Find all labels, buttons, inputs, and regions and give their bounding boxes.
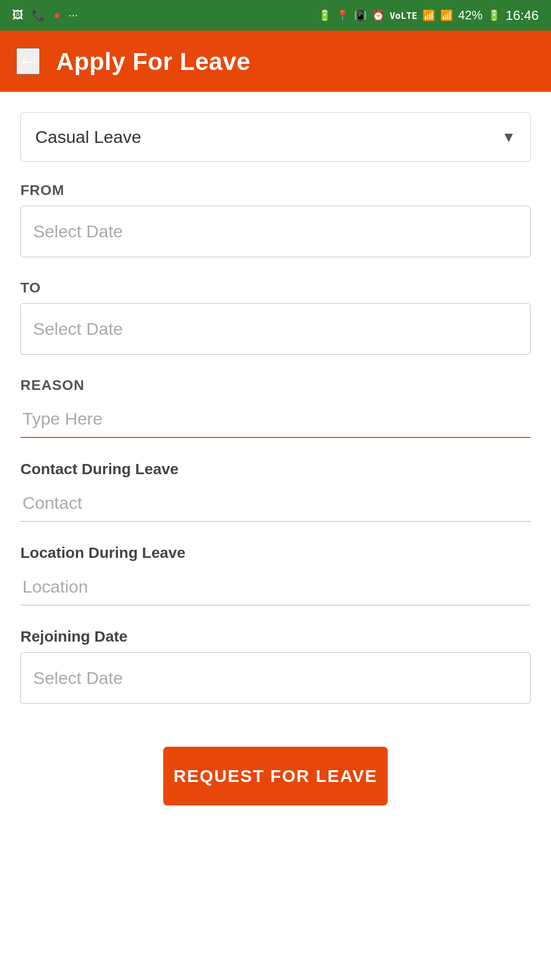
battery-icon: 🔋 (488, 9, 500, 21)
from-label: FROM (20, 182, 531, 199)
status-bar-right-icons: 🔋 📍 📳 ⏰ VoLTE 📶 📶 42% 🔋 16:46 (318, 8, 539, 23)
to-date-input[interactable] (20, 303, 531, 355)
rejoining-section: Rejoining Date (20, 628, 531, 726)
status-bar-left-icons: 🖼 📞 ● ··· (12, 9, 78, 22)
location-icon: 📍 (336, 9, 349, 21)
contact-label: Contact During Leave (20, 460, 531, 478)
reason-label: REASON (20, 377, 531, 394)
back-arrow-icon: ← (17, 49, 39, 74)
gallery-icon: 🖼 (12, 9, 23, 22)
alarm-icon: ⏰ (372, 9, 385, 21)
rejoining-date-input[interactable] (20, 652, 531, 704)
more-icon: ··· (68, 9, 78, 22)
from-date-input[interactable] (20, 206, 531, 257)
rejoining-label: Rejoining Date (20, 628, 531, 645)
contact-section: Contact During Leave (20, 460, 531, 544)
location-label: Location During Leave (20, 544, 531, 561)
reason-section: REASON (20, 377, 531, 460)
status-bar: 🖼 📞 ● ··· 🔋 📍 📳 ⏰ VoLTE 📶 📶 42% 🔋 16:46 (0, 0, 551, 31)
to-label: TO (20, 280, 531, 296)
header: ← Apply For Leave (0, 31, 551, 92)
status-time: 16:46 (506, 8, 539, 23)
wifi-icon: 📶 (422, 9, 435, 21)
request-leave-button[interactable]: REQUEST FOR LEAVE (163, 747, 388, 805)
battery-sm-icon: 🔋 (318, 9, 331, 21)
to-section: TO (20, 280, 531, 377)
back-button[interactable]: ← (16, 48, 40, 75)
phone-icon: 📞 (32, 9, 45, 22)
leave-type-dropdown[interactable]: Casual Leave ▼ (20, 112, 531, 162)
reason-input[interactable] (20, 401, 531, 438)
location-section: Location During Leave (20, 544, 531, 628)
from-section: FROM (20, 182, 531, 280)
form-content: Casual Leave ▼ FROM TO REASON Contact Du… (0, 92, 551, 980)
contact-input[interactable] (20, 485, 531, 522)
signal-icon: 📶 (440, 9, 453, 21)
chevron-down-icon: ▼ (502, 129, 516, 145)
page-title: Apply For Leave (56, 47, 251, 76)
location-input[interactable] (20, 569, 531, 605)
vibrate-icon: 📳 (354, 9, 367, 21)
volte-icon: VoLTE (390, 10, 417, 21)
record-icon: ● (54, 9, 60, 22)
battery-percent: 42% (458, 8, 483, 22)
leave-type-selected: Casual Leave (35, 127, 141, 147)
